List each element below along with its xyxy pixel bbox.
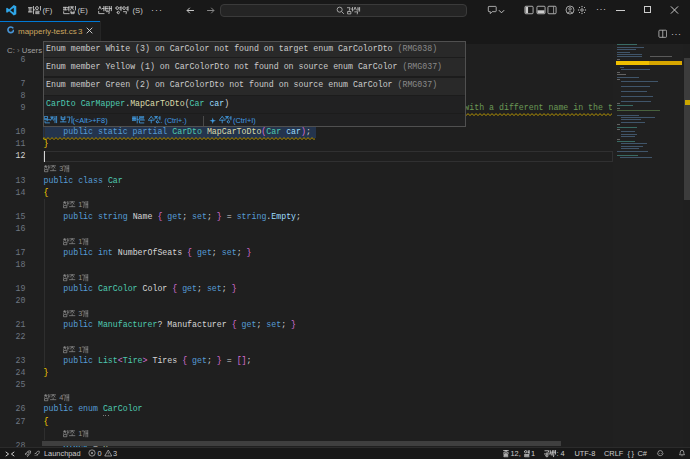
- svg-text:1: 1: [79, 201, 83, 209]
- svg-text:1: 1: [79, 346, 83, 354]
- svg-text:3: 3: [79, 310, 83, 318]
- svg-text:1: 1: [79, 430, 83, 438]
- svg-text:1: 1: [79, 238, 83, 246]
- svg-text:3: 3: [59, 165, 63, 173]
- svg-text:1: 1: [79, 274, 83, 282]
- svg-text:4: 4: [59, 394, 63, 402]
